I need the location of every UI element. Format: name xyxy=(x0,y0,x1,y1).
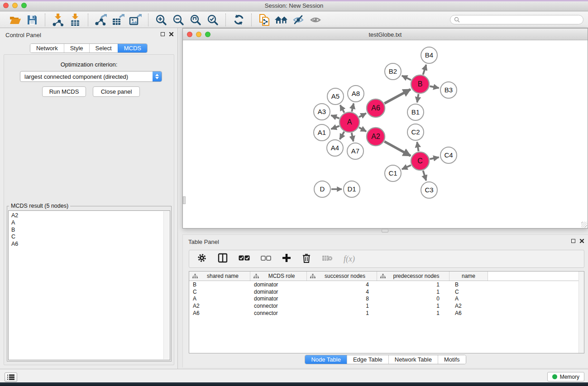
table-row[interactable]: A2connector11A2 xyxy=(189,302,584,310)
tab-motifs[interactable]: Motifs xyxy=(438,355,466,364)
node-A5[interactable]: A5 xyxy=(327,88,344,105)
result-scrollbar[interactable] xyxy=(163,211,169,359)
cell-name[interactable]: A xyxy=(449,295,488,302)
node-C3[interactable]: C3 xyxy=(421,182,437,198)
network-window-titlebar[interactable]: testGlobe.txt xyxy=(183,29,588,40)
node-A[interactable]: A xyxy=(339,112,359,132)
edge-A-A1[interactable] xyxy=(331,126,339,129)
float-panel-icon[interactable] xyxy=(161,32,165,36)
edge-A-A4[interactable] xyxy=(340,132,344,139)
column-header-shared-name[interactable]: shared name xyxy=(189,272,250,281)
cell-shared-name[interactable]: C xyxy=(189,289,250,295)
cell-MCDS-role[interactable]: connector xyxy=(250,310,307,316)
export-network-button[interactable] xyxy=(92,13,110,27)
tab-node-table[interactable]: Node Table xyxy=(305,355,347,364)
tab-mcds[interactable]: MCDS xyxy=(118,44,147,52)
cell-predecessor-nodes[interactable]: 0 xyxy=(377,295,449,302)
edge-A-A8[interactable] xyxy=(352,103,354,111)
tab-edge-table[interactable]: Edge Table xyxy=(347,355,388,364)
table-row[interactable]: A6connector11A6 xyxy=(189,310,584,317)
function-builder-button[interactable]: f(x) xyxy=(344,254,355,264)
cell-shared-name[interactable]: A xyxy=(189,295,250,302)
edge-C-C2[interactable] xyxy=(417,142,418,152)
cell-MCDS-role[interactable]: dominator xyxy=(250,295,307,302)
cell-predecessor-nodes[interactable]: 1 xyxy=(377,281,449,288)
node-D[interactable]: D xyxy=(314,181,330,197)
edge-C-C1[interactable] xyxy=(402,165,411,169)
cell-predecessor-nodes[interactable]: 1 xyxy=(377,303,449,309)
edge-B-B2[interactable] xyxy=(402,76,411,80)
node-B2[interactable]: B2 xyxy=(385,63,401,80)
cell-name[interactable]: C xyxy=(449,289,488,295)
column-header-predecessor-nodes[interactable]: predecessor nodes xyxy=(377,272,449,281)
tab-select[interactable]: Select xyxy=(89,44,118,52)
zoom-selected-button[interactable] xyxy=(204,13,221,27)
close-panel-button[interactable]: Close panel xyxy=(93,86,140,97)
edge-C-C3[interactable] xyxy=(423,171,426,181)
mcds-result-item[interactable]: A xyxy=(11,219,170,227)
cell-successor-nodes[interactable]: 4 xyxy=(307,281,377,288)
cell-predecessor-nodes[interactable]: 1 xyxy=(377,310,449,316)
network-canvas[interactable]: AA6A2BCB4B2B3B1A5A8A3A1A4A7C2C4C1C3DD1 xyxy=(183,40,588,228)
edge-C-C4[interactable] xyxy=(430,157,439,159)
search-field[interactable] xyxy=(450,15,583,24)
save-session-button[interactable] xyxy=(24,13,41,27)
mcds-result-item[interactable]: A2 xyxy=(11,212,170,219)
canvas-left-handle[interactable] xyxy=(183,196,186,204)
column-header-successor-nodes[interactable]: successor nodes xyxy=(307,272,377,281)
tab-style[interactable]: Style xyxy=(64,44,89,52)
zoom-in-button[interactable] xyxy=(153,13,170,27)
table-settings-button[interactable] xyxy=(197,253,207,265)
run-mcds-button[interactable]: Run MCDS xyxy=(42,86,86,97)
edge-A-A7[interactable] xyxy=(352,133,354,142)
import-table-button[interactable] xyxy=(67,13,84,27)
node-A3[interactable]: A3 xyxy=(314,104,330,120)
table-row[interactable]: Cdominator41C xyxy=(189,288,584,295)
edge-A6-B[interactable] xyxy=(384,89,411,103)
deselect-all-button[interactable] xyxy=(261,255,271,263)
node-A8[interactable]: A8 xyxy=(348,86,364,102)
window-bottom-handle[interactable] xyxy=(382,229,388,233)
mcds-result-item[interactable]: C xyxy=(11,234,170,241)
float-table-panel-icon[interactable] xyxy=(571,239,575,243)
zoom-out-button[interactable] xyxy=(170,13,187,27)
node-A1[interactable]: A1 xyxy=(314,124,330,141)
column-header-name[interactable]: name xyxy=(449,272,488,281)
cell-predecessor-nodes[interactable]: 1 xyxy=(377,289,449,295)
edge-A-A6[interactable] xyxy=(359,113,366,117)
cell-MCDS-role[interactable]: dominator xyxy=(250,281,307,288)
network-graph[interactable]: AA6A2BCB4B2B3B1A5A8A3A1A4A7C2C4C1C3DD1 xyxy=(183,40,588,228)
cell-shared-name[interactable]: A6 xyxy=(189,310,250,316)
clone-network-button[interactable] xyxy=(256,13,273,27)
export-table-button[interactable] xyxy=(110,13,127,27)
edge-B-B1[interactable] xyxy=(417,94,419,103)
hide-panel-button[interactable] xyxy=(290,13,307,27)
zoom-fit-button[interactable] xyxy=(187,13,204,27)
export-image-button[interactable] xyxy=(127,13,144,27)
table-row[interactable]: Adominator80A xyxy=(189,295,584,302)
node-B[interactable]: B xyxy=(411,75,429,93)
edge-A-A5[interactable] xyxy=(340,105,344,113)
window-resize-grip[interactable] xyxy=(581,222,587,228)
node-A2[interactable]: A2 xyxy=(367,128,385,146)
tab-network-table[interactable]: Network Table xyxy=(388,355,438,364)
cell-shared-name[interactable]: B xyxy=(189,281,250,288)
edge-B-B4[interactable] xyxy=(423,65,426,75)
mcds-result-item[interactable]: B xyxy=(11,227,170,234)
node-C2[interactable]: C2 xyxy=(407,124,424,140)
cell-successor-nodes[interactable]: 8 xyxy=(307,295,377,302)
task-history-button[interactable] xyxy=(5,372,17,382)
select-all-button[interactable] xyxy=(239,255,250,263)
node-A4[interactable]: A4 xyxy=(327,140,343,156)
cell-shared-name[interactable]: A2 xyxy=(189,303,250,309)
tab-network[interactable]: Network xyxy=(30,44,64,52)
node-A6[interactable]: A6 xyxy=(367,99,385,117)
show-columns-button[interactable] xyxy=(218,253,228,265)
node-A7[interactable]: A7 xyxy=(347,143,363,159)
mcds-result-item[interactable]: A6 xyxy=(11,241,170,248)
mcds-result-list[interactable]: A2ABCA6 xyxy=(8,210,170,360)
edge-A2-C[interactable] xyxy=(384,142,411,156)
node-B1[interactable]: B1 xyxy=(407,104,424,120)
cell-MCDS-role[interactable]: dominator xyxy=(250,289,307,295)
cell-name[interactable]: A6 xyxy=(449,310,488,316)
